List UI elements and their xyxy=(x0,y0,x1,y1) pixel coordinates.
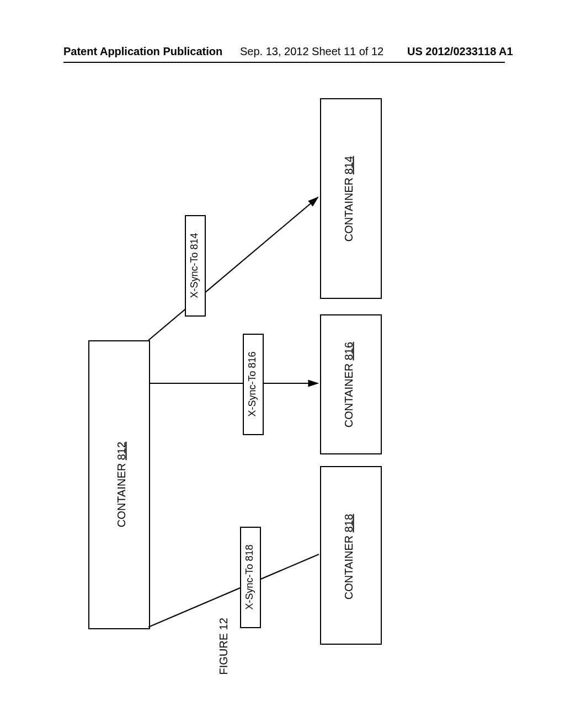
label-container-814-num: 814 xyxy=(343,156,355,174)
label-container-816-word: CONTAINER xyxy=(343,360,355,427)
label-container-816-num: 816 xyxy=(343,342,355,360)
figure-caption: FIGURE 12 xyxy=(217,609,230,675)
svg-line-2 xyxy=(148,554,319,627)
label-container-818-word: CONTAINER xyxy=(343,532,355,599)
label-xsync-814: X-Sync-To 814 xyxy=(189,233,200,299)
label-xsync-816: X-Sync-To 816 xyxy=(247,351,258,417)
label-container-816: CONTAINER 816 xyxy=(343,330,355,440)
label-xsync-818: X-Sync-To 818 xyxy=(244,544,255,611)
connector-overlay xyxy=(0,0,565,728)
label-container-814-word: CONTAINER xyxy=(343,174,355,242)
page-root: Patent Application Publication Sep. 13, … xyxy=(0,0,565,728)
label-container-812: CONTAINER 812 xyxy=(115,430,128,540)
header-date-sheet: Sep. 13, 2012 Sheet 11 of 12 xyxy=(240,45,383,58)
svg-line-0 xyxy=(148,197,318,340)
label-container-818: CONTAINER 818 xyxy=(343,502,355,612)
label-container-814: CONTAINER 814 xyxy=(343,144,355,254)
header-docnum: US 2012/0233118 A1 xyxy=(407,45,513,58)
label-container-812-num: 812 xyxy=(115,442,127,460)
label-container-812-word: CONTAINER xyxy=(115,460,127,527)
header-rule xyxy=(63,62,505,63)
label-container-818-num: 818 xyxy=(343,514,355,532)
header-publication: Patent Application Publication xyxy=(63,45,222,58)
